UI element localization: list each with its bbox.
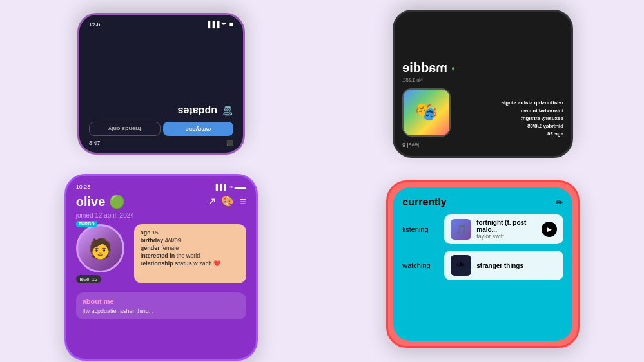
about-text: ffw acpduatier asher thing... (83, 308, 240, 314)
level-badge-bl: level 12 (76, 275, 102, 283)
interested-value-bl: the world (177, 252, 200, 259)
olive-profile-section: TURBO 🧑 level 12 age 15 birthday 4/4/09 … (76, 224, 246, 283)
currently-inner: currently ✏ listening 🎵 fortnight (f. po… (393, 187, 572, 341)
status-bar-bl: 10:23 ▌▌▌ ≈ ▬▬ (76, 184, 246, 190)
age-value-bl: 15 (152, 229, 159, 236)
play-icon: ▶ (547, 226, 552, 233)
birthday-label-bl: birthday (141, 237, 164, 243)
currently-phone: currently ✏ listening 🎵 fortnight (f. po… (386, 180, 580, 348)
watching-item: watching 👁 stranger things (402, 251, 563, 280)
olive-avatar-area: TURBO 🧑 level 12 (76, 224, 128, 283)
sexuality-value: straight (521, 115, 540, 121)
relationship-value-bl: w zach ❤️ (193, 260, 220, 267)
toggle-row[interactable]: everyone friends only (89, 122, 233, 136)
relationship-label-bl: relationship status (141, 260, 192, 267)
action-icons-bl[interactable]: ↗ 🎨 ≡ (208, 195, 246, 209)
level-badge-tr: level 8 (402, 142, 563, 148)
age-label-bl: age (141, 229, 151, 236)
status-bar-tl: 9:41 ⬛ (89, 140, 233, 146)
song-thumbnail: 🎵 (451, 219, 471, 240)
footer-icons: ■ ☁ ▌▌▌ (206, 21, 233, 28)
interested-label: interested in (533, 108, 564, 113)
birthday-row: birthday 1/8/05 (457, 123, 563, 129)
sexuality-row: sexuality straight (457, 115, 563, 121)
top-left-section: 9:41 ⬛ everyone friends only 🗑️ updates … (0, 0, 322, 167)
about-title: about me (83, 298, 240, 305)
turbo-badge: TURBO (76, 221, 97, 227)
birthday-value: 1/8/05 (527, 123, 542, 129)
time-bl: 10:23 (76, 184, 91, 190)
birthday-label: birthday (543, 123, 564, 129)
olive-username: olive 🟢 (76, 194, 125, 209)
tr-main-content: relationship status single interested in… (402, 88, 563, 137)
birthday-row-bl: birthday 4/4/09 (141, 237, 240, 243)
interested-value: men (521, 108, 531, 113)
signal-wifi-bl: ▌▌▌ ≈ ▬▬ (216, 184, 246, 190)
battery-tl: ⬛ (226, 140, 233, 146)
time-bottom-tl: 9:41 (89, 22, 101, 28)
show-info: stranger things (476, 262, 557, 269)
gender-value-bl: female (161, 245, 179, 251)
song-artist: taylor swift (476, 233, 536, 240)
time-tl: 9:41 (89, 140, 101, 146)
age-label: age (554, 131, 563, 137)
bottom-left-section: 10:23 ▌▌▌ ≈ ▬▬ olive 🟢 ↗ 🎨 ≡ joined 12 a… (0, 167, 322, 362)
relationship-value: single (502, 100, 516, 106)
maddie-avatar: 🎭 (402, 88, 451, 137)
tl-footer: ■ ☁ ▌▌▌ 9:41 (89, 21, 233, 28)
currently-header: currently ✏ (402, 196, 563, 208)
updates-title: updates (177, 105, 217, 117)
share-icon[interactable]: ↗ (208, 195, 216, 209)
watching-card[interactable]: 👁 stranger things (444, 251, 563, 280)
maddie-phone: level 8 relationship status single inter… (393, 10, 573, 158)
friends-toggle[interactable]: friends only (89, 122, 161, 136)
gender-row-bl: gender female (141, 245, 240, 251)
currently-title: currently (402, 196, 446, 208)
interested-label-bl: interested in (141, 252, 175, 259)
palette-icon[interactable]: 🎨 (221, 195, 234, 209)
user-header-bl: olive 🟢 ↗ 🎨 ≡ (76, 194, 246, 209)
edit-icon[interactable]: ✏ (556, 197, 563, 207)
interested-row: interested in men (457, 108, 563, 113)
watching-label: watching (402, 262, 438, 269)
online-indicator: ● (451, 64, 455, 71)
song-info: fortnight (f. post malo... taylor swift (476, 219, 536, 240)
menu-icon[interactable]: ≡ (239, 195, 246, 209)
bottom-right-section: currently ✏ listening 🎵 fortnight (f. po… (322, 167, 645, 362)
everyone-toggle[interactable]: everyone (163, 122, 233, 136)
relationship-label: relationship status (518, 100, 563, 106)
sexuality-label: sexuality (542, 115, 563, 121)
age-row: age 26 (457, 131, 563, 137)
tr-profile-info: relationship status single interested in… (457, 100, 563, 137)
olive-details-card: age 15 birthday 4/4/09 gender female int… (134, 224, 246, 283)
play-button[interactable]: ▶ (542, 222, 557, 237)
olive-about-section: about me ffw acpduatier asher thing... (76, 292, 246, 319)
gender-label-bl: gender (141, 245, 160, 251)
show-thumbnail: 👁 (451, 255, 471, 276)
maddie-number: № 1281 (402, 77, 423, 83)
birthday-value-bl: 4/4/09 (165, 237, 181, 243)
age-row-bl: age 15 (141, 229, 240, 236)
maddie-name-row: ● maddie № 1281 (402, 61, 563, 83)
listening-item: listening 🎵 fortnight (f. post malo... t… (402, 214, 563, 244)
updates-phone: 9:41 ⬛ everyone friends only 🗑️ updates … (77, 13, 245, 155)
listening-card[interactable]: 🎵 fortnight (f. post malo... taylor swif… (444, 214, 563, 244)
top-right-section: level 8 relationship status single inter… (322, 0, 645, 167)
relationship-row-bl: relationship status w zach ❤️ (141, 260, 240, 267)
updates-title-row: 🗑️ updates (89, 105, 233, 117)
relationship-row: relationship status single (457, 100, 563, 106)
olive-avatar: 🧑 (76, 224, 124, 272)
trash-icon: 🗑️ (222, 106, 233, 116)
age-value: 26 (547, 131, 553, 137)
olive-phone: 10:23 ▌▌▌ ≈ ▬▬ olive 🟢 ↗ 🎨 ≡ joined 12 a… (64, 174, 258, 361)
song-name: fortnight (f. post malo... (476, 219, 536, 233)
interested-row-bl: interested in the world (141, 252, 240, 259)
show-name: stranger things (476, 262, 557, 269)
listening-label: listening (402, 225, 438, 233)
olive-joined: joined 12 april, 2024 (76, 212, 246, 219)
maddie-name: maddie (402, 61, 447, 75)
